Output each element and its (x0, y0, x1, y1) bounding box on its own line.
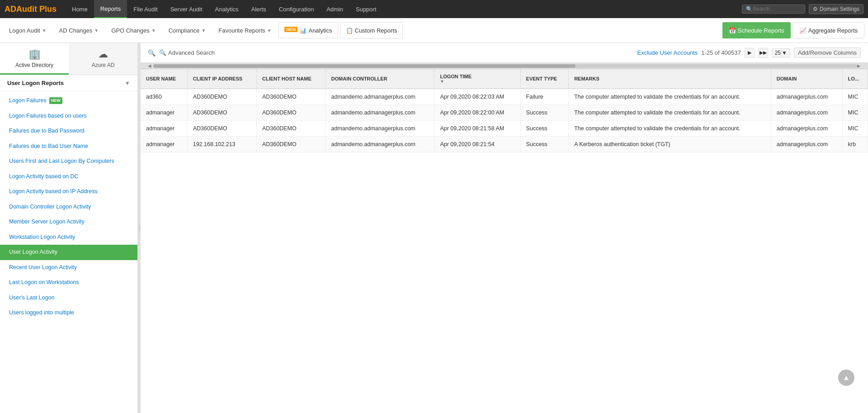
main-layout: 🏢 Active Directory ☁ Azure AD User Logon… (0, 43, 868, 413)
sidebar: 🏢 Active Directory ☁ Azure AD User Logon… (0, 43, 138, 413)
cell-remarks: The computer attempted to validate the c… (569, 105, 771, 121)
sidebar-item-dc-logon-activity[interactable]: Domain Controller Logon Activity (0, 199, 137, 215)
chevron-down-icon: ▼ (42, 28, 47, 33)
gear-icon: ⚙ (813, 6, 818, 12)
top-search-icon: 🔍 (746, 6, 753, 12)
scroll-thumb[interactable] (153, 64, 576, 68)
sidebar-item-member-server-logon[interactable]: Member Server Logon Activity (0, 214, 137, 230)
pagination-last[interactable]: ▶▶ (758, 48, 768, 58)
exclude-user-accounts[interactable]: Exclude User Accounts (637, 49, 698, 56)
cell-lo: krb (842, 137, 868, 152)
nav-alerts[interactable]: Alerts (245, 0, 273, 18)
nav-server-audit[interactable]: Server Audit (164, 0, 209, 18)
sort-arrow-icon: ▼ (440, 79, 514, 84)
aggregate-reports-button[interactable]: 📈 Aggregate Reports (793, 22, 864, 38)
cell-client-host: AD360DEMO (256, 137, 326, 152)
schedule-reports-button[interactable]: 📅 Schedule Reports (722, 22, 791, 38)
sidebar-item-first-last-logon[interactable]: Users First and Last Logon By Computers (0, 154, 137, 169)
nav-reports[interactable]: Reports (94, 0, 127, 18)
building-icon: 🏢 (28, 48, 41, 60)
sidebar-tab-active-directory[interactable]: 🏢 Active Directory (0, 43, 69, 75)
cell-event-type: Failure (520, 89, 569, 105)
sidebar-item-users-multiple[interactable]: Users logged into multiple (0, 305, 137, 321)
top-nav-items: Home Reports File Audit Server Audit Ana… (66, 0, 742, 18)
nav-admin[interactable]: Admin (320, 0, 349, 18)
cell-user-name: admanager (141, 105, 187, 121)
sidebar-item-logon-dc[interactable]: Logon Activity based on DC (0, 169, 137, 185)
sec-nav-favourite-reports[interactable]: Favourite Reports ▼ (213, 22, 277, 38)
sidebar-item-logon-failures-users[interactable]: Logon Failures based on users (0, 109, 137, 124)
sec-nav-logon-audit[interactable]: Logon Audit ▼ (4, 22, 52, 38)
sidebar-item-recent-logon[interactable]: Recent User Logon Activity (0, 260, 137, 275)
col-domain-controller[interactable]: DOMAIN CONTROLLER (326, 69, 434, 89)
cell-event-type: Success (520, 137, 569, 152)
scroll-left-arrow[interactable]: ◀ (148, 63, 151, 68)
table-row[interactable]: admanager AD360DEMO AD360DEMO admandemo.… (141, 105, 868, 121)
cell-user-name: admanager (141, 121, 187, 137)
sidebar-item-bad-password[interactable]: Failures due to Bad Password (0, 123, 137, 139)
scroll-right-arrow[interactable]: ▶ (857, 63, 861, 68)
nav-configuration[interactable]: Configuration (273, 0, 320, 18)
cell-domain: admanagerplus.com (771, 137, 842, 152)
cell-remarks: The computer attempted to validate the c… (569, 89, 771, 105)
sidebar-tab-azure-ad[interactable]: ☁ Azure AD (69, 43, 137, 75)
top-search-box[interactable]: 🔍 (742, 5, 805, 14)
sidebar-item-user-logon-activity[interactable]: User Logon Activity (0, 245, 137, 260)
col-user-name[interactable]: USER NAME (141, 69, 187, 89)
table-body: ad360 AD360DEMO AD360DEMO admandemo.adma… (141, 89, 868, 152)
col-domain[interactable]: DOMAIN (771, 69, 842, 89)
scroll-track[interactable] (153, 64, 857, 68)
calendar-icon: 📅 (729, 27, 736, 34)
sidebar-menu: Logon Failures NEW Logon Failures based … (0, 91, 137, 413)
pagination-next[interactable]: ▶ (745, 48, 755, 58)
col-event-type[interactable]: EVENT TYPE (520, 69, 569, 89)
table-container[interactable]: USER NAME CLIENT IP ADDRESS CLIENT HOST … (141, 69, 868, 413)
sec-nav-gpo-changes[interactable]: GPO Changes ▼ (106, 22, 161, 38)
col-remarks[interactable]: REMARKS (569, 69, 771, 89)
nav-file-audit[interactable]: File Audit (127, 0, 164, 18)
top-navigation: ADAudit Plus Home Reports File Audit Ser… (0, 0, 868, 18)
add-remove-columns-button[interactable]: Add/Remove Columns (794, 47, 861, 58)
chevron-down-icon: ▼ (201, 28, 206, 33)
sec-nav-custom-reports[interactable]: 📋 Custom Reports (340, 22, 403, 38)
nav-analytics[interactable]: Analytics (209, 0, 245, 18)
col-logon-time[interactable]: LOGON TIME ▼ (434, 69, 520, 89)
sidebar-section-header: User Logon Reports ▼ (0, 75, 137, 91)
sec-nav-ad-changes[interactable]: AD Changes ▼ (54, 22, 104, 38)
sidebar-item-workstation-logon[interactable]: Workstation Logon Activity (0, 230, 137, 245)
top-search-input[interactable] (753, 6, 798, 12)
table-row[interactable]: ad360 AD360DEMO AD360DEMO admandemo.adma… (141, 89, 868, 105)
horizontal-scrollbar[interactable]: ◀ ▶ (141, 63, 868, 69)
cell-domain-controller: admandemo.admanagerplus.com (326, 105, 434, 121)
chevron-down-icon: ▼ (267, 28, 272, 33)
sidebar-item-logon-ip[interactable]: Logon Activity based on IP Address (0, 184, 137, 199)
sidebar-item-last-logon-workstations[interactable]: Last Logon on Workstations (0, 275, 137, 290)
cell-domain: admanagerplus.com (771, 89, 842, 105)
cell-domain: admanagerplus.com (771, 105, 842, 121)
sidebar-item-logon-failures[interactable]: Logon Failures NEW (0, 93, 137, 109)
chevron-down-icon: ▼ (782, 50, 787, 56)
col-lo[interactable]: LO... (842, 69, 868, 89)
table-row[interactable]: admanager AD360DEMO AD360DEMO admandemo.… (141, 121, 868, 137)
cell-domain-controller: admandemo.admanagerplus.com (326, 121, 434, 137)
sidebar-item-bad-username[interactable]: Failures due to Bad User Name (0, 139, 137, 154)
cell-logon-time: Apr 09,2020 08:22:03 AM (434, 89, 520, 105)
cell-lo: MIC (842, 121, 868, 137)
cell-lo: MIC (842, 89, 868, 105)
scroll-up-button[interactable]: ▲ (838, 370, 854, 386)
col-client-host[interactable]: CLIENT HOST NAME (256, 69, 326, 89)
cell-client-host: AD360DEMO (256, 105, 326, 121)
search-icon[interactable]: 🔍 (148, 49, 156, 57)
cell-remarks: The computer attempted to validate the c… (569, 121, 771, 137)
table-row[interactable]: admanager 192.168.102.213 AD360DEMO adma… (141, 137, 868, 152)
sec-nav-analytics[interactable]: NEW 📊 Analytics (278, 22, 338, 38)
domain-settings-button[interactable]: ⚙ Domain Settings (809, 4, 863, 14)
advanced-search[interactable]: 🔍 Advanced Search (159, 49, 215, 56)
nav-home[interactable]: Home (66, 0, 94, 18)
sec-nav-compliance[interactable]: Compliance ▼ (163, 22, 212, 38)
top-nav-right: 🔍 ⚙ Domain Settings (742, 4, 863, 14)
sidebar-item-users-last-logon[interactable]: User's Last Logon (0, 290, 137, 306)
nav-support[interactable]: Support (349, 0, 383, 18)
per-page-select[interactable]: 25 ▼ (772, 48, 790, 57)
col-client-ip[interactable]: CLIENT IP ADDRESS (187, 69, 256, 89)
